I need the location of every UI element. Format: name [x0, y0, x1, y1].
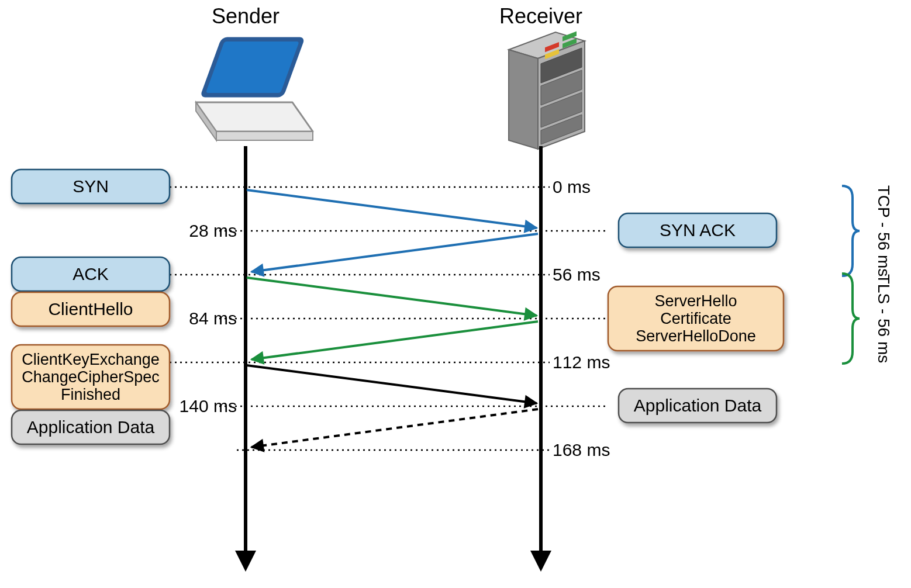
client-appdata-box: Application Data — [12, 410, 170, 444]
tcp-bracket: TCP - 56 ms — [842, 185, 893, 277]
svg-line-15 — [247, 278, 537, 316]
time-28ms: 28 ms — [189, 221, 237, 240]
sequence-diagram: Sender Receiver — [0, 0, 911, 588]
receiver-boxes: SYN ACKServerHelloCertificateServerHello… — [608, 213, 784, 423]
svg-line-13 — [247, 190, 537, 228]
sender-boxes: SYNACKClientHelloClientKeyExchangeChange… — [12, 170, 170, 444]
client-appdata-box-label: Application Data — [27, 417, 155, 437]
syn-box: SYN — [12, 170, 170, 203]
time-168ms: 168 ms — [553, 440, 610, 459]
svg-line-18 — [251, 409, 538, 447]
syn-box-label: SYN — [73, 177, 109, 196]
serverhello-box: ServerHelloCertificateServerHelloDone — [608, 286, 784, 351]
synack-box: SYN ACK — [619, 213, 777, 247]
receiver-title: Receiver — [499, 4, 582, 28]
time-0ms: 0 ms — [553, 177, 591, 196]
serverhello-box-label: Certificate — [660, 310, 731, 327]
clientkeyexchange-box-label: ChangeCipherSpec — [22, 368, 160, 386]
server-appdata-box-label: Application Data — [634, 396, 762, 415]
svg-line-17 — [247, 365, 537, 403]
laptop-icon — [196, 38, 313, 140]
serverhello-box-label: ServerHelloDone — [636, 327, 756, 345]
sender-title: Sender — [212, 4, 279, 28]
tcp-bracket-label: TCP - 56 ms — [875, 185, 893, 277]
ack-box: ACK — [12, 257, 170, 291]
server-appdata-box: Application Data — [619, 389, 777, 423]
server-icon — [509, 31, 585, 149]
tls-bracket-label: TLS - 56 ms — [875, 274, 893, 363]
clienthello-box-label: ClientHello — [48, 299, 133, 319]
ack-box-label: ACK — [73, 264, 109, 283]
serverhello-box-label: ServerHello — [654, 292, 737, 310]
time-84ms: 84 ms — [189, 309, 237, 328]
clienthello-box: ClientHello — [12, 292, 170, 326]
time-140ms: 140 ms — [180, 396, 237, 416]
synack-box-label: SYN ACK — [660, 220, 736, 240]
clientkeyexchange-box-label: Finished — [61, 386, 120, 403]
time-56ms: 56 ms — [553, 265, 601, 284]
tls-bracket: TLS - 56 ms — [842, 274, 893, 364]
clientkeyexchange-box-label: ClientKeyExchange — [22, 351, 160, 368]
svg-line-16 — [251, 321, 538, 359]
svg-line-14 — [251, 234, 538, 272]
clientkeyexchange-box: ClientKeyExchangeChangeCipherSpecFinishe… — [12, 345, 170, 409]
time-112ms: 112 ms — [553, 352, 610, 372]
